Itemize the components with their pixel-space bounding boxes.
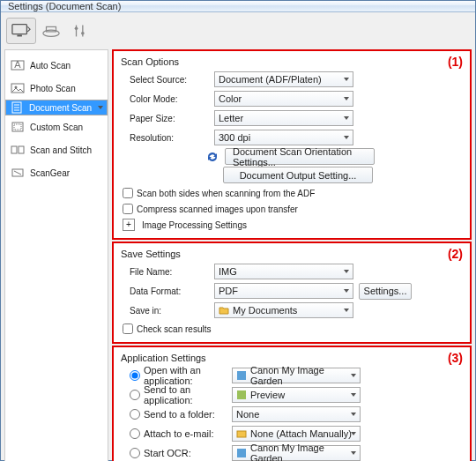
settings-window: Settings (Document Scan) A Auto Scan [0,0,476,461]
orientation-settings-button[interactable]: Document Scan Orientation Settings... [225,148,375,165]
tab-general-settings[interactable] [66,18,96,44]
sidebar-item-scan-and-stitch[interactable]: Scan and Stitch [5,138,108,161]
svg-rect-24 [237,431,246,437]
refresh-icon[interactable] [205,150,219,164]
application-settings-panel: (3) Application Settings Open with an ap… [112,346,472,461]
select-source-label: Select Source: [121,75,214,85]
svg-point-7 [81,32,85,35]
svg-rect-3 [47,26,56,32]
custom-icon [11,121,25,133]
send-folder-dropdown[interactable]: None [232,406,361,422]
auto-icon: A [11,59,25,71]
annotation-2: (2) [448,247,463,261]
sidebar-item-scangear[interactable]: ScanGear [5,161,108,184]
sidebar-label: Auto Scan [30,61,71,71]
check-results-checkbox[interactable]: Check scan results [121,321,463,337]
output-setting-button[interactable]: Document Output Setting... [223,167,373,183]
svg-rect-18 [11,146,17,153]
scan-both-sides-checkbox[interactable]: Scan both sides when scanning from the A… [121,185,463,201]
start-ocr-radio[interactable] [130,448,140,458]
save-settings-panel: (2) Save Settings File Name: IMG Data Fo… [112,242,472,344]
start-ocr-dropdown[interactable]: Canon My Image Garden [232,445,361,461]
attach-email-dropdown[interactable]: None (Attach Manually) [232,426,361,442]
photo-icon [11,82,25,94]
send-app-dropdown[interactable]: Preview [232,387,361,403]
save-in-label: Save in: [121,306,214,316]
scanner-icon [41,23,61,39]
svg-rect-23 [237,390,246,399]
svg-rect-17 [14,124,21,130]
file-name-label: File Name: [121,267,214,277]
panel-title: Application Settings [121,353,463,363]
resolution-label: Resolution: [121,133,214,143]
content: A Auto Scan Photo Scan Document Scan Cus… [1,12,475,461]
data-format-dropdown[interactable]: PDF [214,283,353,299]
paper-size-label: Paper Size: [121,114,214,123]
data-format-label: Data Format: [121,286,214,296]
titlebar: Settings (Document Scan) [1,1,475,12]
format-settings-button[interactable]: Settings... [359,283,412,300]
stitch-icon [11,144,25,156]
sidebar-label: Custom Scan [30,123,83,132]
sidebar-item-document-scan[interactable]: Document Scan [5,100,108,115]
document-icon [10,101,24,114]
open-with-radio[interactable] [130,370,140,381]
send-app-radio[interactable] [130,390,140,400]
open-with-dropdown[interactable]: Canon My Image Garden [232,368,361,383]
app-icon [236,448,247,458]
send-folder-radio[interactable] [130,409,140,420]
window-title: Settings (Document Scan) [8,1,121,11]
mail-icon [236,428,247,439]
image-processing-expander[interactable]: +Image Processing Settings [121,217,463,233]
sidebar-label: ScanGear [30,168,70,178]
sidebar-label: Document Scan [29,103,92,113]
sidebar-item-photo-scan[interactable]: Photo Scan [5,77,108,100]
preview-icon [236,390,247,400]
svg-rect-1 [17,35,22,37]
main-area: A Auto Scan Photo Scan Document Scan Cus… [4,49,472,461]
sidebar-item-custom-scan[interactable]: Custom Scan [5,115,108,138]
sidebar-item-auto-scan[interactable]: A Auto Scan [5,54,108,77]
select-source-dropdown[interactable]: Document (ADF/Platen) [214,71,353,87]
panel-title: Scan Options [121,56,463,67]
svg-point-6 [75,26,78,30]
resolution-dropdown[interactable]: 300 dpi [214,130,353,145]
scangear-icon [11,167,25,179]
app-icon [236,370,247,381]
tab-scan-from-operation-panel[interactable] [36,18,66,44]
svg-rect-25 [237,449,246,457]
file-name-field[interactable]: IMG [214,264,353,279]
svg-text:A: A [14,59,21,70]
paper-size-dropdown[interactable]: Letter [214,110,353,126]
svg-rect-19 [19,146,24,153]
settings-panels: (1) Scan Options Select Source: Document… [112,49,472,461]
annotation-3: (3) [448,351,463,365]
monitor-icon [11,23,31,39]
svg-point-2 [43,30,59,36]
toolbar [4,16,472,46]
save-in-dropdown[interactable]: My Documents [214,302,353,318]
plus-icon: + [123,219,135,231]
annotation-1: (1) [448,55,463,69]
scan-options-panel: (1) Scan Options Select Source: Document… [112,49,472,240]
sidebar: A Auto Scan Photo Scan Document Scan Cus… [4,49,108,461]
sidebar-label: Photo Scan [30,84,76,93]
svg-rect-0 [12,25,27,34]
folder-icon [219,305,229,316]
sliders-icon [71,23,91,39]
color-mode-dropdown[interactable]: Color [214,91,353,107]
svg-line-21 [14,171,21,175]
sidebar-label: Scan and Stitch [30,145,92,155]
tab-scan-from-computer[interactable] [6,18,36,44]
svg-rect-22 [237,371,246,380]
panel-title: Save Settings [121,249,463,259]
attach-email-radio[interactable] [130,428,140,439]
compress-checkbox[interactable]: Compress scanned images upon transfer [121,201,463,217]
color-mode-label: Color Mode: [121,94,214,104]
